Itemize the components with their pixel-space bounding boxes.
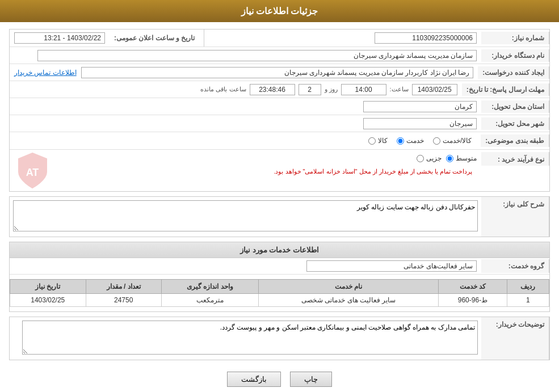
col-row-header: ردیف	[507, 280, 549, 294]
service-group-label: گروه خدمت:	[481, 259, 549, 273]
col-name-header: نام خدمت	[258, 280, 439, 294]
buyer-org-value: سازمان مدیریت پسماند شهرداری سیرجان	[37, 50, 477, 61]
deadline-time: 14:00	[341, 84, 386, 95]
content-area: شماره نیاز: 1103092235000006 تاریخ و ساع…	[0, 22, 559, 392]
category-khadamat-item: خدمت	[397, 137, 424, 145]
need-number-value: 1103092235000006	[375, 32, 477, 44]
need-desc-content: document.querySelector('[data-name="need…	[10, 197, 481, 237]
purchase-warning: پرداخت تمام یا بخشی از مبلغ خریدار از مح…	[60, 165, 477, 179]
buyer-org-row: نام دستگاه خریدار: سازمان مدیریت پسماند …	[10, 47, 549, 64]
need-number-label: شماره نیاز:	[481, 32, 549, 44]
category-value-cell: کالا/خدمت خدمت کالا	[10, 132, 481, 149]
cell-code: ط-96-960	[439, 294, 507, 307]
services-section-title: اطلاعات خدمات مورد نیاز	[10, 242, 549, 258]
cell-row: 1	[507, 294, 549, 307]
city-value-cell: سیرجان	[10, 116, 481, 132]
city-value: سیرجان	[363, 118, 477, 129]
contact-link[interactable]: اطلاعات تماس خریدار	[14, 69, 77, 77]
creator-value: رضا ایران نژاد کاربردار سازمان مدیریت پس…	[81, 67, 474, 78]
purchase-type-label: نوع فرآیند خرید :	[481, 152, 549, 166]
city-label: شهر محل تحویل:	[481, 117, 549, 130]
services-section: اطلاعات خدمات مورد نیاز گروه خدمت: سایر …	[9, 242, 550, 312]
table-header-row: ردیف کد خدمت نام خدمت واحد اندازه گیری ت…	[10, 280, 549, 294]
services-table-container: ردیف کد خدمت نام خدمت واحد اندازه گیری ت…	[10, 279, 549, 307]
announce-section: تاریخ و ساعت اعلان عمومی: 1403/02/22 - 1…	[10, 29, 204, 47]
deadline-remaining-label: ساعت باقی مانده	[200, 86, 246, 93]
category-kala-item: کالا	[368, 137, 388, 145]
buyer-org-label: نام دستگاه خریدار:	[481, 49, 549, 62]
purchase-type-row: نوع فرآیند خرید : متوسط جزیی پرداخت تمام…	[10, 150, 549, 191]
watermark-shield-area: AT	[10, 152, 55, 189]
shield-watermark-icon: AT	[17, 152, 48, 189]
purchase-jozvi-item: جزیی	[417, 154, 442, 162]
service-group-value-cell: سایر فعالیت‌های خدماتی	[10, 258, 481, 274]
page-container: جزئیات اطلاعات نیاز شماره نیاز: 11030922…	[0, 0, 559, 392]
creator-value-cell: رضا ایران نژاد کاربردار سازمان مدیریت پس…	[10, 65, 478, 81]
category-kala-khadamat-item: کالا/خدمت	[433, 137, 472, 145]
purchase-motavasset-label: متوسط	[456, 154, 477, 162]
deadline-row: مهلت ارسال پاسخ: تا تاریخ: 1403/02/25 سا…	[10, 81, 549, 98]
purchase-motavasset-item: متوسط	[446, 154, 477, 162]
table-row: 1 ط-96-960 سایر فعالیت های خدماتی شخصی م…	[10, 294, 549, 307]
need-desc-wrapper: شرح کلی نیاز: document.querySelector('[d…	[10, 197, 549, 237]
service-group-value: سایر فعالیت‌های خدماتی	[306, 260, 477, 272]
category-kala-radio[interactable]	[368, 137, 376, 145]
cell-date: 1403/02/25	[10, 294, 86, 307]
deadline-label: مهلت ارسال پاسخ: تا تاریخ:	[462, 83, 549, 96]
deadline-remaining: 23:48:46	[250, 84, 295, 95]
buyer-notes-textarea[interactable]	[22, 321, 478, 355]
category-kala-khadamat-radio[interactable]	[433, 137, 440, 145]
buyer-notes-content: document.querySelector('[data-name="buye…	[10, 317, 481, 360]
need-description-section: شرح کلی نیاز: document.querySelector('[d…	[9, 196, 550, 237]
services-table-body: 1 ط-96-960 سایر فعالیت های خدماتی شخصی م…	[10, 294, 549, 307]
category-radio-group: کالا/خدمت خدمت کالا	[14, 134, 476, 147]
print-button[interactable]: چاپ	[290, 372, 332, 387]
deadline-date: 1403/02/25	[412, 84, 457, 95]
need-desc-label: شرح کلی نیاز:	[481, 197, 549, 237]
province-row: استان محل تحویل: کرمان	[10, 98, 549, 115]
need-desc-textarea[interactable]	[13, 200, 478, 231]
category-khadamat-radio[interactable]	[397, 137, 404, 145]
announce-label: تاریخ و ساعت اعلان عمومی:	[110, 32, 199, 44]
purchase-jozvi-radio[interactable]	[417, 155, 424, 162]
buyer-org-value-cell: سازمان مدیریت پسماند شهرداری سیرجان	[10, 48, 481, 64]
deadline-time-label: ساعت:	[390, 86, 409, 93]
category-row: طبقه بندی موضوعی: کالا/خدمت خدمت کالا	[10, 132, 549, 150]
province-value-cell: کرمان	[10, 99, 481, 115]
need-number-value-cell: 1103092235000006	[204, 30, 481, 46]
footer-buttons: چاپ بازگشت	[9, 365, 550, 392]
col-unit-header: واحد اندازه گیری	[161, 280, 258, 294]
buyer-notes-label: توضیحات خریدار:	[481, 317, 549, 360]
deadline-days: 2	[299, 84, 321, 95]
services-table: ردیف کد خدمت نام خدمت واحد اندازه گیری ت…	[10, 279, 549, 307]
category-kala-label: کالا	[378, 137, 388, 145]
purchase-motavasset-radio[interactable]	[446, 155, 453, 162]
purchase-jozvi-label: جزیی	[426, 154, 442, 162]
service-group-row: گروه خدمت: سایر فعالیت‌های خدماتی	[10, 258, 549, 275]
main-form-section: شماره نیاز: 1103092235000006 تاریخ و ساع…	[9, 29, 550, 192]
need-number-row: شماره نیاز: 1103092235000006 تاریخ و ساع…	[10, 29, 549, 47]
category-khadamat-label: خدمت	[406, 137, 424, 145]
cell-unit: مترمکعب	[161, 294, 258, 307]
province-value: کرمان	[363, 101, 477, 112]
svg-text:AT: AT	[26, 167, 39, 178]
cell-name: سایر فعالیت های خدماتی شخصی	[258, 294, 439, 307]
announce-value: 1403/02/22 - 13:21	[14, 32, 105, 44]
back-button[interactable]: بازگشت	[227, 372, 281, 387]
creator-label: ایجاد کننده درخواست:	[478, 66, 549, 79]
city-row: شهر محل تحویل: سیرجان	[10, 115, 549, 132]
page-header: جزئیات اطلاعات نیاز	[0, 0, 559, 22]
page-title: جزئیات اطلاعات نیاز	[241, 6, 318, 16]
col-date-header: تاریخ نیاز	[10, 280, 86, 294]
category-label: طبقه بندی موضوعی:	[481, 134, 549, 147]
purchase-radio-row: متوسط جزیی	[60, 154, 477, 162]
deadline-days-label: روز و	[325, 86, 338, 93]
purchase-type-value-cell: متوسط جزیی پرداخت تمام یا بخشی از مبلغ خ…	[55, 152, 481, 181]
col-qty-header: تعداد / مقدار	[86, 280, 161, 294]
deadline-value-cell: 1403/02/25 ساعت: 14:00 روز و 2 23:48:46 …	[10, 82, 462, 98]
buyer-notes-section: توضیحات خریدار: document.querySelector('…	[9, 317, 550, 360]
province-label: استان محل تحویل:	[481, 100, 549, 113]
category-kala-khadamat-label: کالا/خدمت	[443, 137, 472, 145]
cell-qty: 24750	[86, 294, 161, 307]
buyer-notes-wrapper: توضیحات خریدار: document.querySelector('…	[10, 317, 549, 360]
